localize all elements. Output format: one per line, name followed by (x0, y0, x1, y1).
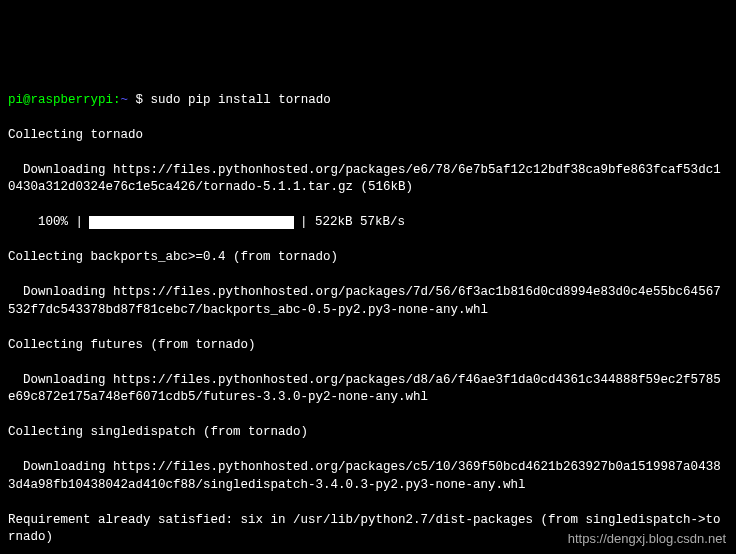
terminal-output: pi@raspberrypi:~ $ sudo pip install torn… (8, 74, 728, 554)
watermark-text: https://dengxj.blog.csdn.net (568, 530, 726, 548)
progress-percent: 100% | (8, 214, 83, 232)
output-line: Downloading https://files.pythonhosted.o… (8, 284, 728, 319)
prompt-path: ~ (121, 93, 129, 107)
output-line: Collecting singledispatch (from tornado) (8, 424, 728, 442)
output-line: Downloading https://files.pythonhosted.o… (8, 162, 728, 197)
progress-bar (89, 216, 294, 229)
prompt-line-1[interactable]: pi@raspberrypi:~ $ sudo pip install torn… (8, 92, 728, 110)
output-line: Collecting tornado (8, 127, 728, 145)
output-line: Downloading https://files.pythonhosted.o… (8, 459, 728, 494)
progress-speed: | 522kB 57kB/s (300, 214, 405, 232)
prompt-user-host: pi@raspberrypi (8, 93, 113, 107)
progress-line: 100% || 522kB 57kB/s (8, 214, 728, 232)
prompt-dollar: $ (136, 93, 144, 107)
output-line: Downloading https://files.pythonhosted.o… (8, 372, 728, 407)
prompt-colon: : (113, 93, 121, 107)
output-line: Collecting futures (from tornado) (8, 337, 728, 355)
command-1: sudo pip install tornado (151, 93, 331, 107)
output-line: Collecting backports_abc>=0.4 (from torn… (8, 249, 728, 267)
